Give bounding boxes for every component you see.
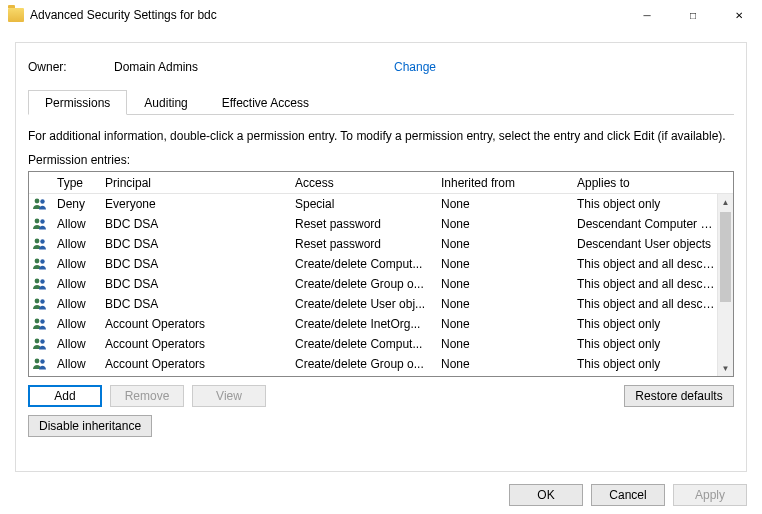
col-applies[interactable]: Applies to [571,176,733,190]
svg-point-7 [40,259,44,263]
ok-button[interactable]: OK [509,484,583,506]
cell-inherited: None [435,197,571,211]
cell-type: Allow [51,337,99,351]
col-principal[interactable]: Principal [99,176,289,190]
minimize-button[interactable]: ─ [624,0,670,30]
col-access[interactable]: Access [289,176,435,190]
cell-type: Allow [51,257,99,271]
grid-body: DenyEveryoneSpecialNoneThis object onlyA… [29,194,717,376]
add-button[interactable]: Add [28,385,102,407]
group-icon [29,216,51,232]
table-row[interactable]: AllowBDC DSACreate/delete Comput...NoneT… [29,254,717,274]
cell-type: Allow [51,217,99,231]
scroll-down-icon[interactable]: ▼ [718,360,733,376]
table-row[interactable]: AllowBDC DSAReset passwordNoneDescendant… [29,214,717,234]
cell-principal: Account Operators [99,317,289,331]
table-row[interactable]: AllowBDC DSAReset passwordNoneDescendant… [29,234,717,254]
cell-principal: BDC DSA [99,237,289,251]
group-icon [29,296,51,312]
dialog-body: Owner: Domain Admins Change Permissions … [15,42,747,472]
cell-inherited: None [435,297,571,311]
svg-point-10 [35,299,40,304]
view-button[interactable]: View [192,385,266,407]
cell-type: Deny [51,197,99,211]
cell-principal: BDC DSA [99,297,289,311]
svg-point-11 [40,299,44,303]
tab-effective-access[interactable]: Effective Access [205,90,326,115]
cell-inherited: None [435,217,571,231]
close-button[interactable]: ✕ [716,0,762,30]
table-row[interactable]: AllowAccount OperatorsCreate/delete Comp… [29,334,717,354]
group-icon [29,356,51,372]
folder-icon [8,8,24,22]
svg-point-0 [35,199,40,204]
cell-principal: BDC DSA [99,277,289,291]
group-icon [29,196,51,212]
cell-applies: This object and all descendan... [571,297,717,311]
change-owner-link[interactable]: Change [394,60,436,74]
cell-access: Create/delete Comput... [289,337,435,351]
cell-applies: Descendant User objects [571,237,717,251]
group-icon [29,256,51,272]
tab-auditing[interactable]: Auditing [127,90,204,115]
titlebar: Advanced Security Settings for bdc ─ □ ✕ [0,0,762,30]
window-title: Advanced Security Settings for bdc [30,8,624,22]
remove-button[interactable]: Remove [110,385,184,407]
tab-strip: Permissions Auditing Effective Access [28,89,734,115]
cell-applies: This object and all descendan... [571,257,717,271]
table-row[interactable]: AllowBDC DSACreate/delete User obj...Non… [29,294,717,314]
table-row[interactable]: AllowBDC DSACreate/delete Group o...None… [29,274,717,294]
table-row[interactable]: AllowAccount OperatorsCreate/delete Inet… [29,314,717,334]
restore-defaults-button[interactable]: Restore defaults [624,385,734,407]
owner-row: Owner: Domain Admins Change [28,55,734,79]
svg-point-12 [35,319,40,324]
table-row[interactable]: DenyEveryoneSpecialNoneThis object only [29,194,717,214]
svg-point-5 [40,239,44,243]
table-row[interactable]: AllowPrint OperatorsCreate/delete Printe… [29,374,717,376]
svg-point-1 [40,199,44,203]
cell-type: Allow [51,277,99,291]
group-icon [29,276,51,292]
cell-inherited: None [435,237,571,251]
col-type[interactable]: Type [51,176,99,190]
inheritance-buttons: Disable inheritance [28,415,734,437]
cell-access: Create/delete User obj... [289,297,435,311]
cell-access: Reset password [289,217,435,231]
group-icon [29,236,51,252]
scroll-up-icon[interactable]: ▲ [718,194,733,210]
disable-inheritance-button[interactable]: Disable inheritance [28,415,152,437]
svg-point-9 [40,279,44,283]
grid-buttons: Add Remove View Restore defaults [28,385,734,407]
grid-header: Type Principal Access Inherited from App… [29,172,733,194]
cell-access: Special [289,197,435,211]
cell-principal: BDC DSA [99,217,289,231]
cell-principal: BDC DSA [99,257,289,271]
svg-point-14 [35,339,40,344]
cancel-button[interactable]: Cancel [591,484,665,506]
vertical-scrollbar[interactable]: ▲ ▼ [717,194,733,376]
scroll-thumb[interactable] [720,212,731,302]
svg-point-13 [40,319,44,323]
cell-inherited: None [435,317,571,331]
table-row[interactable]: AllowAccount OperatorsCreate/delete Grou… [29,354,717,374]
cell-applies: This object only [571,317,717,331]
group-icon [29,316,51,332]
apply-button[interactable]: Apply [673,484,747,506]
tab-permissions[interactable]: Permissions [28,90,127,115]
cell-inherited: None [435,257,571,271]
cell-principal: Account Operators [99,337,289,351]
cell-access: Create/delete Group o... [289,277,435,291]
permission-grid: Type Principal Access Inherited from App… [28,171,734,377]
cell-access: Create/delete InetOrg... [289,317,435,331]
svg-point-15 [40,339,44,343]
cell-applies: This object only [571,197,717,211]
cell-access: Create/delete Group o... [289,357,435,371]
cell-type: Allow [51,357,99,371]
group-icon [29,336,51,352]
svg-point-2 [35,219,40,224]
cell-type: Allow [51,297,99,311]
svg-point-8 [35,279,40,284]
maximize-button[interactable]: □ [670,0,716,30]
col-inherited[interactable]: Inherited from [435,176,571,190]
cell-type: Allow [51,317,99,331]
